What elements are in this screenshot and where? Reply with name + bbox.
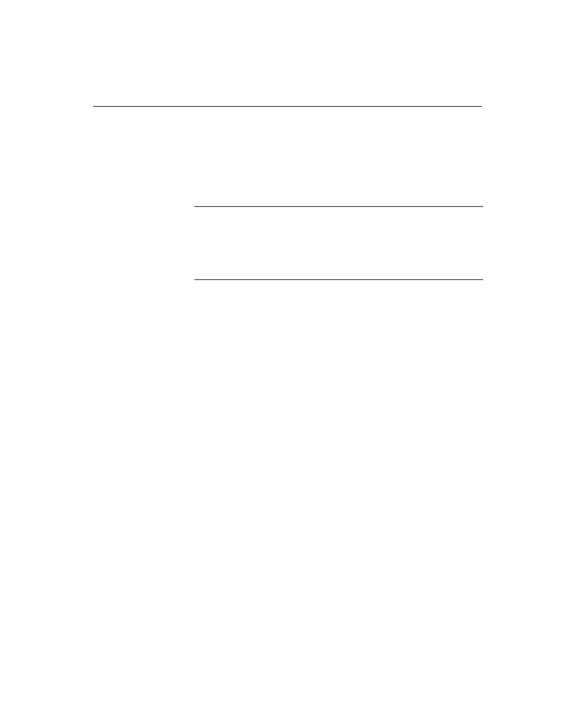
middle-rule-2 (194, 279, 483, 280)
top-rule (93, 106, 482, 107)
document-page (0, 0, 562, 728)
middle-rule-1 (194, 206, 483, 207)
